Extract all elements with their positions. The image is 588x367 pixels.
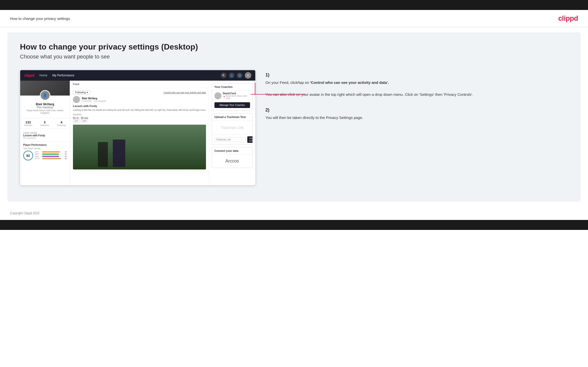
post-image <box>73 125 206 169</box>
top-bar <box>0 0 588 10</box>
profile-stats: 131 Activities 3 Followers 4 Following <box>20 118 70 129</box>
mock-post: Following ▾ Control who can see your act… <box>70 88 209 172</box>
instruction-1-text: On your Feed, click/tap on 'Control who … <box>265 80 568 98</box>
arg-bar: ARG 86 <box>35 156 67 157</box>
performance-bars: OTT 90 APP 85 <box>35 151 67 160</box>
mock-nav-home: Home <box>39 74 47 77</box>
stat-activities-value: 131 <box>24 120 32 124</box>
stat-activities: 131 Activities <box>24 120 32 126</box>
content-columns: clippd Home My Performance 🔍 👤 🌐 ▼ <box>20 70 568 185</box>
post-header: Blair McHarg Yesterday · Sunningdale <box>73 96 206 103</box>
trackman-link-input[interactable] <box>214 137 246 142</box>
coach-row: David Ford 📍 Royal North Devon Golf Club <box>212 91 253 101</box>
breadcrumb: How to change your privacy settings <box>10 16 70 21</box>
post-title: Lesson with Fordy <box>73 105 206 107</box>
arccos-logo: Arccos <box>212 155 253 168</box>
following-btn-label: Following <box>75 91 86 94</box>
stat-followers-label: Followers <box>40 124 49 126</box>
stat-followers: 3 Followers <box>40 120 49 126</box>
location-icon: 📍 <box>223 96 225 98</box>
mock-nav-my-performance: My Performance <box>52 74 74 77</box>
latest-activity-date: 03 Aug 2022 <box>23 137 67 139</box>
page-subtitle: Choose what you want people to see <box>20 53 568 60</box>
coach-info: David Ford 📍 Royal North Devon Golf Club <box>223 92 250 99</box>
instruction-2: 2) You will then be taken directly to th… <box>265 107 568 121</box>
player-performance-section: Player Performance Total Player Quality … <box>20 141 70 162</box>
total-player-quality-row: 92 OTT 90 APP <box>23 151 67 160</box>
profile-name: Blair McHarg <box>23 103 67 106</box>
main-content: How to change your privacy settings (Des… <box>7 32 581 202</box>
coach-avatar <box>214 92 221 99</box>
manage-coaches-button[interactable]: Manage Your Coaches <box>214 102 250 108</box>
mock-sidebar: 👤 Blair McHarg Plus Handicap Royal North… <box>20 81 70 185</box>
person-icon[interactable]: 👤 <box>229 73 234 78</box>
putt-bar: PUTT 96 <box>35 158 67 159</box>
mock-nav-icons: 🔍 👤 🌐 ▼ <box>221 72 251 79</box>
dropdown-chevron-icon: ▾ <box>87 91 88 94</box>
trackman-title: Upload a Trackman Test <box>212 113 253 121</box>
instruction-2-number: 2) <box>265 107 568 113</box>
coach-name: David Ford <box>223 92 250 95</box>
post-author-name: Blair McHarg <box>82 97 106 100</box>
player-performance-label: Player Performance <box>23 144 67 146</box>
post-tags: OTT APP <box>73 119 206 123</box>
duration-value: 01 hr : 30 min <box>73 117 206 119</box>
page-header: How to change your privacy settings clip… <box>0 10 588 27</box>
latest-activity-value: Lesson with Fordy <box>23 134 67 137</box>
profile-avatar: 👤 <box>40 90 50 101</box>
golfer-silhouette-2 <box>113 140 125 167</box>
mock-body: 👤 Blair McHarg Plus Handicap Royal North… <box>20 81 255 185</box>
mock-ui-container: clippd Home My Performance 🔍 👤 🌐 ▼ <box>20 70 256 185</box>
page-title: How to change your privacy settings (Des… <box>20 42 568 52</box>
clippd-logo: clippd <box>558 14 578 22</box>
control-privacy-link[interactable]: Control who can see your activity and da… <box>164 91 206 94</box>
player-quality-score: 92 <box>23 151 33 160</box>
tag-app: APP <box>81 119 88 123</box>
total-player-quality-label: Total Player Quality <box>23 147 67 150</box>
stat-following-value: 4 <box>57 120 66 124</box>
stat-following: 4 Following <box>57 120 66 126</box>
user-avatar-icon[interactable]: ▼ <box>245 72 251 79</box>
instruction-2-text: You will then be taken directly to the P… <box>265 115 568 121</box>
stat-followers-value: 3 <box>40 120 49 124</box>
globe-icon[interactable]: 🌐 <box>237 73 242 78</box>
trackman-section: Upload a Trackman Test Trackman Link Add… <box>212 113 253 145</box>
instruction-1: 1) On your Feed, click/tap on 'Control w… <box>265 72 568 98</box>
stat-following-label: Following <box>57 124 66 126</box>
feed-tab: Feed <box>73 83 79 86</box>
trackman-placeholder: Trackman Link <box>212 121 253 135</box>
profile-banner: 👤 <box>20 81 70 96</box>
golfer-silhouette-1 <box>98 142 108 167</box>
mock-feed: Feed Following ▾ Control who can see you… <box>70 81 209 185</box>
tag-ott: OTT <box>73 119 80 123</box>
page-footer: Copyright Clippd 2022 <box>0 207 588 220</box>
ott-bar: OTT 90 <box>35 151 67 153</box>
post-date: Yesterday · Sunningdale <box>82 100 106 102</box>
bottom-bar <box>0 220 588 230</box>
instructions-column: 1) On your Feed, click/tap on 'Control w… <box>265 70 568 131</box>
coaches-section: Your Coaches David Ford 📍 Royal North De… <box>212 83 253 111</box>
profile-handicap: Plus Handicap <box>23 106 67 109</box>
app-bar: APP 85 <box>35 153 67 155</box>
stat-activities-label: Activities <box>24 124 32 126</box>
connect-title: Connect your data <box>212 147 253 155</box>
following-button[interactable]: Following ▾ <box>73 90 90 95</box>
instruction-1-number: 1) <box>265 72 568 78</box>
search-icon[interactable]: 🔍 <box>221 73 226 78</box>
feed-header: Feed <box>70 81 209 88</box>
copyright-text: Copyright Clippd 2022 <box>10 211 40 215</box>
add-link-button[interactable]: Add Link <box>247 136 253 143</box>
mock-nav: clippd Home My Performance 🔍 👤 🌐 ▼ <box>20 70 255 81</box>
profile-club: Royal North Devon Golf Club, United King… <box>23 109 67 114</box>
mock-browser: clippd Home My Performance 🔍 👤 🌐 ▼ <box>20 70 256 185</box>
duration-label: Duration <box>73 113 206 116</box>
latest-activity-section: Latest Activity Lesson with Fordy 03 Aug… <box>20 130 70 141</box>
coaches-title: Your Coaches <box>212 83 253 91</box>
latest-activity-label: Latest Activity <box>23 132 67 134</box>
mock-right-sidebar: Your Coaches David Ford 📍 Royal North De… <box>209 81 255 185</box>
coach-club: 📍 Royal North Devon Golf Club <box>223 95 250 99</box>
trackman-input-row: Add Link <box>212 135 253 144</box>
connect-section: Connect your data Arccos <box>212 147 253 168</box>
post-author-avatar <box>73 96 80 103</box>
post-body: Looking to feel like my hands are exitin… <box>73 108 206 112</box>
